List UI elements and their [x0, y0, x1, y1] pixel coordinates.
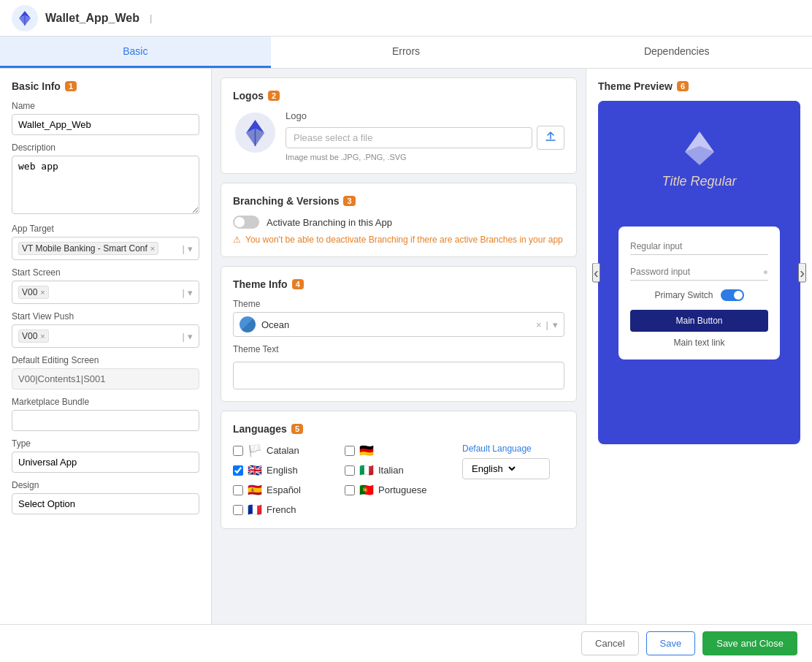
- french-flag: 🇫🇷: [248, 503, 262, 517]
- preview-regular-input[interactable]: [630, 238, 768, 255]
- preview-main-link[interactable]: Main text link: [630, 338, 768, 348]
- theme-label: Theme: [233, 299, 564, 309]
- lang-english: 🇬🇧 English: [233, 463, 339, 477]
- preview-toggle-knob: [734, 291, 743, 300]
- default-lang-dropdown[interactable]: English Catalan Español French: [469, 463, 518, 475]
- italian-label: Italian: [378, 465, 404, 476]
- preview-container: Title Regular ● Primary Switch: [598, 101, 800, 444]
- preview-nav-right[interactable]: ›: [798, 263, 806, 283]
- upload-button[interactable]: [537, 126, 564, 150]
- marketplace-input[interactable]: [12, 410, 199, 431]
- app-title: Wallet_App_Web: [45, 12, 139, 25]
- branching-toggle[interactable]: [233, 216, 259, 229]
- start-view-push-clear[interactable]: ×: [40, 332, 45, 340]
- branching-toggle-row: Activate Branching in this App: [233, 216, 564, 229]
- german-checkbox[interactable]: [345, 446, 355, 456]
- name-input[interactable]: [12, 114, 199, 135]
- marketplace-label: Marketplace Bundle: [12, 397, 199, 407]
- toggle-knob: [234, 217, 245, 227]
- languages-badge: 5: [291, 424, 303, 434]
- tab-dependencies[interactable]: Dependencies: [541, 37, 812, 68]
- lang-catalan: 🏳️ Catalan: [233, 444, 339, 457]
- logos-card: Logos 2 Logo Please select a file: [221, 77, 577, 174]
- languages-card: Languages 5 🏳️ Catalan 🇩🇪: [221, 411, 577, 529]
- save-and-close-button[interactable]: Save and Close: [702, 631, 797, 655]
- app-target-label: App Target: [12, 224, 199, 234]
- lang-german: 🇩🇪: [345, 444, 451, 457]
- basic-info-section-title: Basic Info 1: [12, 80, 199, 92]
- theme-preview-badge: 6: [677, 81, 689, 91]
- italian-flag: 🇮🇹: [359, 463, 374, 477]
- name-label: Name: [12, 101, 199, 111]
- english-flag: 🇬🇧: [248, 463, 262, 477]
- start-view-push-select[interactable]: V00 × | ▾: [12, 324, 199, 348]
- app-target-controls: | ▾: [183, 243, 193, 254]
- primary-switch-label: Primary Switch: [654, 290, 713, 300]
- preview-nav-left[interactable]: ‹: [592, 263, 600, 283]
- lang-espanol: 🇪🇸 Español: [233, 483, 339, 497]
- espanol-label: Español: [267, 484, 301, 495]
- app-target-clear[interactable]: ×: [150, 244, 155, 253]
- description-input[interactable]: web app: [12, 156, 199, 214]
- title-divider: |: [150, 12, 152, 23]
- start-view-push-tag: V00 ×: [18, 330, 49, 343]
- tab-errors[interactable]: Errors: [271, 37, 542, 68]
- start-screen-select[interactable]: V00 × | ▾: [12, 281, 199, 304]
- theme-select[interactable]: Ocean × | ▾: [233, 312, 564, 337]
- file-input-placeholder: Please select a file: [286, 127, 532, 148]
- portuguese-flag: 🇵🇹: [359, 483, 374, 497]
- tab-basic[interactable]: Basic: [0, 37, 271, 68]
- branching-toggle-label: Activate Branching in this App: [267, 217, 392, 228]
- description-label: Description: [12, 142, 199, 153]
- logos-badge: 2: [268, 91, 280, 101]
- design-select[interactable]: Select Option Option 1 Option 2: [12, 493, 199, 514]
- branching-badge: 3: [343, 196, 355, 206]
- preview-card: ● Primary Switch Main Button Main text l…: [618, 227, 780, 359]
- theme-controls: × | ▾: [536, 319, 558, 330]
- logo-label: Logo: [286, 110, 564, 121]
- theme-ocean-icon: [240, 316, 256, 332]
- main-layout: Basic Info 1 Name Description web app Ap…: [0, 69, 812, 624]
- default-editing-label: Default Editing Screen: [12, 355, 199, 365]
- catalan-label: Catalan: [267, 445, 299, 456]
- header: Wallet_App_Web |: [0, 0, 812, 37]
- basic-info-badge: 1: [65, 81, 77, 91]
- footer: Cancel Save Save and Close: [0, 624, 812, 662]
- start-screen-controls: | ▾: [183, 287, 193, 298]
- app-target-select[interactable]: VT Mobile Banking - Smart Conf × | ▾: [12, 237, 199, 260]
- preview-main-button[interactable]: Main Button: [630, 310, 768, 332]
- cancel-button[interactable]: Cancel: [581, 631, 638, 655]
- branching-warning: ⚠ You won't be able to deactivate Branch…: [233, 235, 564, 245]
- type-select[interactable]: Universal App Native App Web App: [12, 452, 199, 473]
- english-checkbox[interactable]: [233, 465, 243, 476]
- start-view-push-label: Start View Push: [12, 311, 199, 322]
- preview-switch-row: Primary Switch: [630, 289, 768, 301]
- preview-password-row: ●: [630, 264, 768, 281]
- catalan-checkbox[interactable]: [233, 446, 243, 456]
- start-screen-clear[interactable]: ×: [40, 288, 45, 297]
- preview-toggle[interactable]: [721, 289, 744, 301]
- languages-grid-wrapper: 🏳️ Catalan 🇩🇪 🇬🇧 English: [233, 444, 564, 517]
- espanol-checkbox[interactable]: [233, 485, 243, 495]
- type-wrapper: Universal App Native App Web App: [12, 452, 199, 473]
- languages-card-title: Languages 5: [233, 423, 564, 435]
- theme-preview-title: Theme Preview 6: [598, 80, 800, 92]
- save-button[interactable]: Save: [646, 631, 696, 655]
- logo-section: Logo Please select a file Image must be …: [233, 110, 564, 161]
- preview-wrapper: ‹ Title Regular: [598, 101, 800, 444]
- default-lang-select[interactable]: English Catalan Español French: [462, 458, 550, 479]
- preview-password-input[interactable]: [630, 264, 763, 280]
- french-checkbox[interactable]: [233, 505, 243, 515]
- german-flag: 🇩🇪: [359, 444, 374, 457]
- branching-card-title: Branching & Versions 3: [233, 195, 564, 207]
- theme-text-input[interactable]: [233, 362, 564, 389]
- tabs-bar: Basic Errors Dependencies: [0, 37, 812, 69]
- portuguese-label: Portuguese: [378, 484, 427, 495]
- portuguese-checkbox[interactable]: [345, 485, 355, 495]
- type-label: Type: [12, 438, 199, 449]
- italian-checkbox[interactable]: [345, 465, 355, 476]
- catalan-flag: 🏳️: [248, 444, 262, 457]
- lang-french: 🇫🇷 French: [233, 503, 339, 517]
- right-panel: Theme Preview 6 ‹ Title Regular: [586, 69, 812, 624]
- preview-logo: [678, 130, 721, 167]
